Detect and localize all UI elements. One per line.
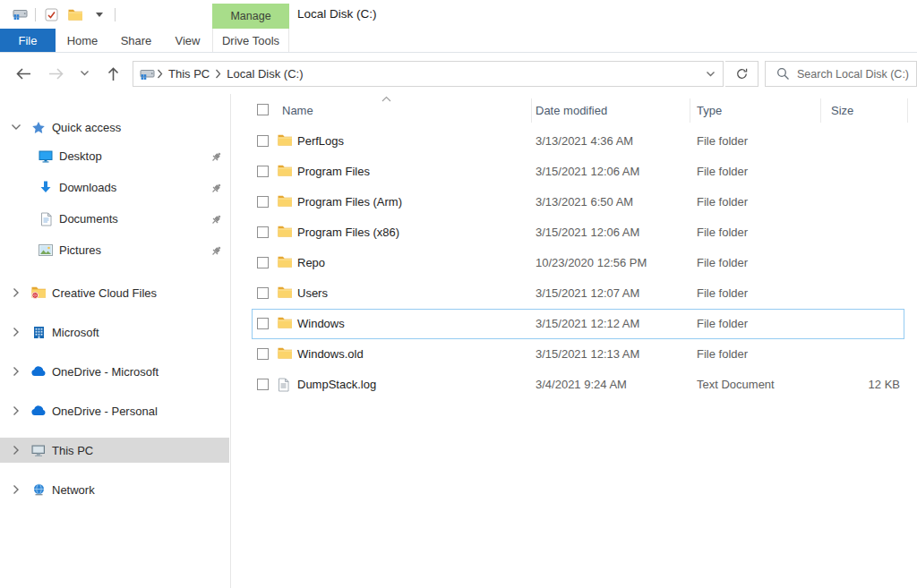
sidebar-item-desktop[interactable]: Desktop (0, 141, 230, 172)
file-name: Repo (297, 248, 325, 278)
sidebar-item-row[interactable]: Pictures (0, 238, 229, 263)
sidebar-item-row[interactable]: Documents (0, 207, 229, 232)
sidebar-item-onedrive-personal[interactable]: OneDrive - Personal (0, 391, 230, 430)
row-checkbox[interactable] (257, 135, 269, 147)
sidebar-item-this-pc[interactable]: This PC (0, 430, 230, 470)
file-name: Program Files (297, 157, 370, 187)
file-type: File folder (697, 278, 748, 309)
row-checkbox[interactable] (257, 226, 269, 238)
file-rows: PerfLogs3/13/2021 4:36 AMFile folderProg… (231, 126, 917, 400)
sidebar-item-row[interactable]: Creative Cloud Files (0, 280, 229, 305)
tab-share[interactable]: Share (109, 29, 163, 52)
file-type: File folder (697, 187, 748, 217)
qat-dropdown-icon[interactable] (90, 5, 108, 23)
sidebar-item-label: Creative Cloud Files (52, 286, 157, 300)
row-checkbox[interactable] (257, 318, 269, 329)
file-type: File folder (697, 126, 748, 157)
file-size (818, 126, 900, 157)
sidebar-item-documents[interactable]: Documents (0, 203, 230, 234)
file-row-users[interactable]: Users3/15/2021 12:07 AMFile folder (231, 278, 917, 309)
address-bar[interactable]: This PC Local Disk (C:) (133, 61, 724, 87)
column-divider[interactable] (531, 98, 532, 123)
file-row-repo[interactable]: Repo10/23/2020 12:56 PMFile folder (231, 248, 917, 278)
file-type: File folder (697, 309, 748, 339)
column-header-name[interactable]: Name (282, 94, 313, 126)
file-size (818, 157, 900, 187)
file-name: Windows (297, 309, 345, 339)
file-date-modified: 3/15/2021 12:07 AM (536, 278, 639, 309)
column-header-type[interactable]: Type (697, 94, 722, 126)
tab-view[interactable]: View (163, 29, 212, 52)
ribbon-tabs: File Home Share View Drive Tools (0, 29, 917, 53)
sidebar-item-downloads[interactable]: Downloads (0, 172, 230, 203)
sidebar-item-row[interactable]: Network (0, 477, 229, 502)
sidebar-item-row[interactable]: This PC (0, 438, 229, 463)
file-row-program-files[interactable]: Program Files3/15/2021 12:06 AMFile fold… (231, 157, 917, 187)
manage-contextual-header: Manage (212, 4, 289, 29)
refresh-button[interactable] (725, 61, 758, 87)
desktop-icon (38, 150, 54, 163)
file-row-program-files-arm[interactable]: Program Files (Arm)3/13/2021 6:50 AMFile… (231, 187, 917, 217)
file-row-windows-old[interactable]: Windows.old3/15/2021 12:13 AMFile folder (231, 339, 917, 370)
drive-icon (140, 68, 155, 81)
sidebar-item-label: This PC (52, 444, 93, 457)
column-header-size[interactable]: Size (831, 94, 853, 126)
chevron-right-icon (10, 327, 22, 337)
up-button[interactable] (100, 61, 125, 86)
breadcrumb-chevron-icon (213, 69, 223, 79)
row-checkbox[interactable] (257, 166, 269, 177)
breadcrumb-this-pc[interactable]: This PC (165, 67, 213, 81)
search-input[interactable]: Search Local Disk (C:) (765, 61, 917, 87)
sidebar-item-microsoft[interactable]: Microsoft (0, 312, 230, 352)
file-row-windows[interactable]: Windows3/15/2021 12:12 AMFile folder (231, 309, 917, 339)
column-divider[interactable] (907, 98, 908, 123)
file-explorer-window: Manage Local Disk (C:) File Home Share V… (0, 0, 917, 588)
sidebar-item-pictures[interactable]: Pictures (0, 234, 230, 266)
row-checkbox[interactable] (257, 287, 269, 299)
file-date-modified: 3/15/2021 12:06 AM (536, 157, 639, 187)
explorer-icon[interactable] (11, 5, 29, 23)
sidebar-item-row[interactable]: Desktop (0, 144, 229, 169)
file-type: Text Document (697, 370, 775, 400)
sidebar-item-row[interactable]: Downloads (0, 175, 229, 200)
file-type: File folder (697, 157, 748, 187)
row-checkbox[interactable] (257, 348, 269, 360)
address-dropdown-icon[interactable] (706, 62, 716, 86)
file-row-dumpstack-log[interactable]: DumpStack.log3/4/2021 9:24 AMText Docume… (231, 370, 917, 400)
recent-locations-icon[interactable] (75, 61, 93, 86)
folder-icon (278, 286, 292, 298)
qat-separator (35, 8, 36, 21)
column-divider[interactable] (690, 98, 690, 123)
quick-access-star-icon (30, 121, 47, 134)
check-icon[interactable] (42, 5, 60, 23)
tab-drive-tools[interactable]: Drive Tools (212, 29, 289, 52)
row-checkbox[interactable] (257, 196, 269, 208)
sidebar-item-onedrive-microsoft[interactable]: OneDrive - Microsoft (0, 352, 230, 391)
sidebar-item-row[interactable]: Microsoft (0, 320, 229, 345)
sidebar-item-row[interactable]: OneDrive - Personal (0, 398, 229, 423)
forward-button[interactable] (43, 61, 68, 86)
tab-home[interactable]: Home (56, 29, 109, 52)
pin-icon (210, 214, 222, 226)
back-button[interactable] (11, 61, 36, 86)
search-placeholder: Search Local Disk (C:) (797, 68, 909, 81)
folder-icon[interactable] (66, 5, 84, 23)
breadcrumb-local-disk[interactable]: Local Disk (C:) (223, 67, 306, 81)
file-type: File folder (697, 339, 748, 370)
column-divider[interactable] (820, 98, 821, 123)
file-size: 12 KB (818, 370, 900, 400)
sidebar-item-quick-access[interactable]: Quick access (0, 114, 230, 141)
tab-file[interactable]: File (0, 29, 56, 52)
file-row-perflogs[interactable]: PerfLogs3/13/2021 4:36 AMFile folder (231, 126, 917, 157)
sidebar-item-network[interactable]: Network (0, 470, 230, 509)
file-row-program-files-x86[interactable]: Program Files (x86)3/15/2021 12:06 AMFil… (231, 217, 917, 248)
select-all-checkbox[interactable] (257, 104, 269, 115)
file-name: PerfLogs (297, 126, 344, 157)
file-list-pane: Name Date modified Type Size PerfLogs3/1… (231, 94, 917, 588)
document-icon (38, 212, 54, 226)
sidebar-item-row[interactable]: OneDrive - Microsoft (0, 359, 229, 384)
row-checkbox[interactable] (257, 379, 269, 390)
row-checkbox[interactable] (257, 257, 269, 268)
sidebar-item-creative-cloud-files[interactable]: Creative Cloud Files (0, 273, 230, 312)
column-header-date-modified[interactable]: Date modified (536, 94, 607, 126)
